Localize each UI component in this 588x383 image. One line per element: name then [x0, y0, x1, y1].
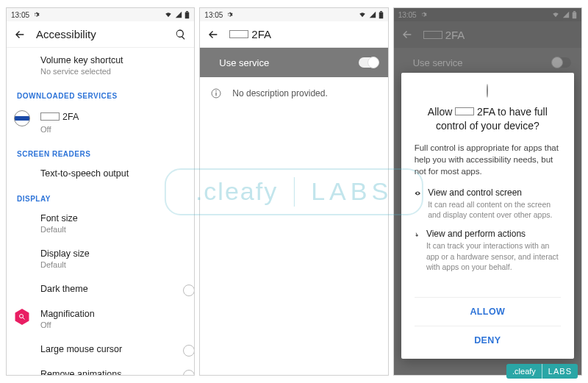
item-dark-theme[interactable]: Dark theme [7, 276, 194, 301]
section-display: DISPLAY [7, 186, 194, 206]
description-row: No description provided. [200, 77, 387, 110]
item-large-cursor[interactable]: Large mouse cursor [7, 337, 194, 362]
dialog-body: Full control is appropriate for apps tha… [415, 142, 561, 177]
svg-rect-0 [185, 12, 190, 18]
wifi-icon [358, 11, 367, 18]
eye-icon [415, 187, 421, 199]
svg-rect-4 [380, 11, 382, 12]
info-icon [210, 87, 222, 99]
deny-button[interactable]: DENY [415, 326, 561, 354]
svg-rect-3 [379, 12, 383, 18]
app-bar: 2FA [200, 21, 387, 48]
toggle-use-service[interactable] [359, 57, 378, 68]
status-bar: 13:05 [7, 8, 194, 21]
battery-icon [379, 11, 384, 19]
magnification-icon [14, 309, 30, 325]
item-text-to-speech[interactable]: Text-to-speech output [7, 161, 194, 186]
redacted-box [229, 30, 248, 38]
permission-perform-actions: View and perform actions It can track yo… [415, 229, 561, 272]
gear-icon [32, 11, 40, 18]
status-time: 13:05 [204, 11, 223, 19]
signal-icon [175, 11, 182, 18]
back-icon[interactable] [14, 29, 26, 40]
section-screen-readers: SCREEN READERS [7, 141, 194, 161]
item-volume-key-shortcut[interactable]: Volume key shortcut No service selected [7, 48, 194, 83]
section-downloaded-services: DOWNLOADED SERVICES [7, 83, 194, 103]
signal-icon [369, 11, 376, 18]
permission-view-control: View and control screen It can read all … [415, 187, 561, 220]
app-icon [14, 110, 30, 126]
svg-point-2 [20, 315, 24, 318]
phone-accessibility-settings: 13:05 Accessibility Volume key shortcut … [6, 7, 195, 376]
battery-icon [184, 11, 190, 19]
svg-rect-6 [216, 93, 217, 96]
use-service-bar[interactable]: Use service [200, 48, 387, 77]
svg-rect-1 [186, 11, 188, 12]
item-2fa-service[interactable]: 2FA Off [7, 103, 194, 141]
phone-permission-dialog: 13:05 2FA Use service Allow 2FA [393, 7, 582, 376]
phone-service-detail: 13:05 2FA Use service No description pro… [199, 7, 388, 376]
status-bar: 13:05 [200, 8, 387, 21]
brand-badge: .cleafy LABS [506, 364, 578, 379]
item-magnification[interactable]: Magnification Off [7, 301, 194, 337]
dialog-title: Allow 2FA to have full control of your d… [415, 105, 561, 133]
allow-button[interactable]: ALLOW [415, 298, 561, 326]
back-icon[interactable] [207, 29, 219, 40]
tap-icon [415, 229, 419, 240]
item-display-size[interactable]: Display size Default [7, 241, 194, 276]
page-title: Accessibility [36, 28, 165, 40]
gear-icon [226, 11, 233, 18]
status-time: 13:05 [11, 11, 29, 19]
app-bar: Accessibility [7, 21, 194, 48]
page-title: 2FA [229, 28, 380, 40]
svg-rect-7 [216, 90, 217, 91]
app-icon [487, 85, 488, 98]
redacted-box [455, 107, 474, 115]
item-remove-animations[interactable]: Remove animations [7, 362, 194, 375]
redacted-box [40, 112, 60, 121]
search-icon[interactable] [175, 29, 187, 40]
wifi-icon [164, 11, 173, 18]
use-service-label: Use service [219, 57, 269, 68]
permission-dialog: Allow 2FA to have full control of your d… [401, 73, 574, 359]
settings-list: Volume key shortcut No service selected … [7, 48, 194, 375]
item-font-size[interactable]: Font size Default [7, 206, 194, 241]
